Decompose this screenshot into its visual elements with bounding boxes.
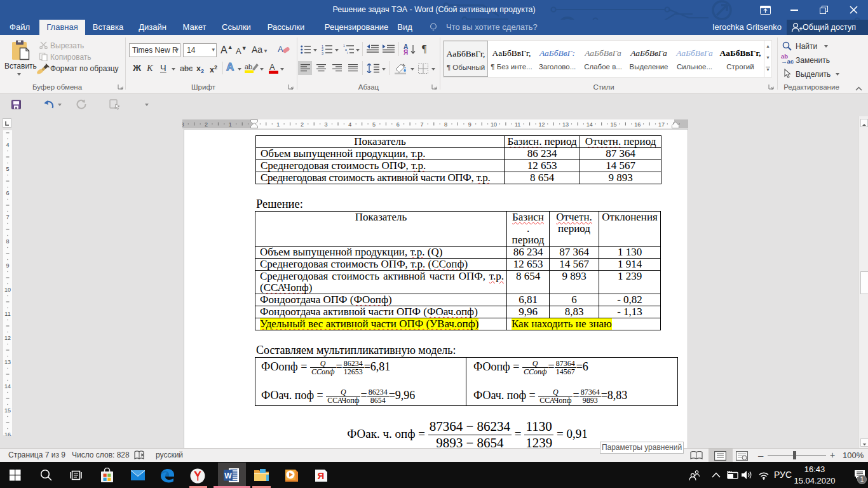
svg-text:15: 15 [610, 121, 616, 128]
svg-text:2: 2 [301, 121, 304, 128]
svg-text:15: 15 [4, 407, 11, 414]
svg-text:3: 3 [322, 51, 323, 55]
svg-text:8: 8 [444, 121, 447, 128]
svg-text:13: 13 [562, 121, 569, 128]
svg-text:16: 16 [634, 121, 641, 128]
svg-text:7: 7 [420, 121, 423, 128]
svg-text:8: 8 [6, 238, 9, 245]
svg-text:i: i [347, 51, 348, 55]
svg-text:9: 9 [6, 262, 9, 269]
svg-text:6: 6 [397, 121, 400, 128]
svg-text:W: W [224, 471, 232, 480]
svg-text:5: 5 [6, 166, 9, 172]
svg-text:6: 6 [6, 190, 9, 196]
svg-text:1: 1 [229, 121, 232, 128]
svg-text:12: 12 [538, 121, 545, 128]
svg-text:Я: Я [318, 470, 325, 481]
svg-text:7: 7 [6, 214, 9, 220]
svg-text:ab: ab [245, 63, 252, 71]
svg-text:11: 11 [515, 121, 520, 128]
svg-text:11: 11 [4, 311, 10, 317]
svg-text:А: А [278, 44, 283, 54]
svg-text:9: 9 [468, 121, 471, 128]
svg-text:3: 3 [325, 121, 328, 128]
svg-text:2: 2 [205, 121, 208, 128]
svg-text:1: 1 [276, 121, 280, 128]
svg-text:14: 14 [587, 121, 593, 128]
svg-text:10: 10 [491, 121, 497, 128]
svg-text:14: 14 [4, 383, 11, 390]
svg-text:4: 4 [6, 142, 9, 148]
svg-text:А: А [269, 62, 275, 72]
svg-text:17: 17 [658, 121, 665, 128]
svg-text:12: 12 [4, 335, 11, 341]
svg-text:13: 13 [4, 359, 11, 365]
svg-text:16: 16 [4, 431, 11, 436]
svg-text:10: 10 [4, 287, 11, 293]
svg-text:5: 5 [372, 121, 376, 128]
svg-text:3: 3 [182, 121, 184, 128]
svg-text:4: 4 [348, 121, 351, 128]
